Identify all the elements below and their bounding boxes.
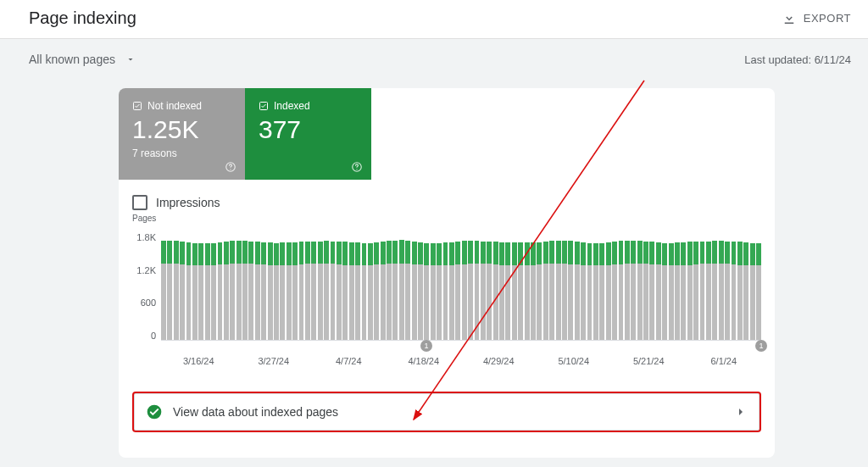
chart-bar[interactable] (625, 241, 630, 340)
chart-bar[interactable] (161, 241, 166, 340)
chart-bar[interactable] (637, 241, 643, 340)
chart-bar[interactable] (362, 243, 367, 340)
help-icon[interactable] (351, 161, 363, 173)
tile-not-indexed[interactable]: Not indexed 1.25K 7 reasons (119, 88, 245, 180)
chart-bar[interactable] (218, 242, 223, 340)
chart-bar[interactable] (205, 243, 210, 340)
chart-bar[interactable] (374, 242, 379, 340)
help-icon[interactable] (225, 161, 236, 173)
chart-bar[interactable] (192, 243, 198, 340)
chart-bar[interactable] (331, 242, 336, 341)
chart-bar[interactable] (719, 241, 724, 340)
chart-bar[interactable] (186, 242, 192, 340)
chart-bar[interactable] (512, 242, 517, 340)
impressions-toggle[interactable]: Impressions (119, 180, 775, 214)
chart-bar[interactable] (180, 242, 185, 340)
chart-bar[interactable] (549, 241, 554, 340)
chart-bar[interactable] (743, 242, 748, 340)
view-indexed-pages-link[interactable]: View data about indexed pages (132, 392, 761, 432)
chart-bar[interactable] (248, 242, 253, 341)
chart-bar[interactable] (649, 242, 654, 340)
chart-bar[interactable] (174, 241, 179, 340)
chart-bar[interactable] (525, 242, 530, 340)
chart-bar[interactable] (224, 242, 229, 340)
chart-bar[interactable] (342, 242, 348, 340)
chart-bar[interactable] (437, 243, 442, 340)
chart-bar[interactable] (337, 242, 342, 340)
chart-bar[interactable] (443, 242, 448, 340)
chart-bar[interactable] (599, 243, 604, 340)
chart-bar[interactable] (662, 243, 667, 341)
chart-bar[interactable] (537, 242, 542, 340)
chart-bar[interactable] (706, 242, 711, 340)
chart-bar[interactable] (737, 242, 743, 340)
chart-bar[interactable] (487, 242, 492, 340)
chart-bar[interactable] (268, 242, 273, 340)
chart-bar[interactable] (712, 241, 717, 340)
chart-bar[interactable] (318, 242, 323, 341)
pages-filter-dropdown[interactable]: All known pages (29, 53, 136, 66)
chart-bar[interactable] (299, 242, 304, 340)
chart-bar[interactable] (493, 242, 498, 340)
chart-bar[interactable] (725, 242, 730, 340)
chart-bar[interactable] (355, 242, 360, 340)
chart-bar[interactable] (324, 241, 329, 340)
chart-bar[interactable] (455, 242, 460, 340)
chart-bar[interactable] (587, 243, 593, 340)
chart-bar[interactable] (405, 241, 410, 340)
chart-bar[interactable] (732, 242, 737, 340)
chart-marker[interactable]: 1 (420, 340, 432, 352)
chart-bar[interactable] (418, 242, 423, 340)
chart-bar[interactable] (556, 241, 561, 340)
chart-bar[interactable] (468, 241, 473, 340)
chart-bar[interactable] (387, 241, 392, 340)
chart-bar[interactable] (505, 242, 510, 340)
chart-bar[interactable] (242, 241, 248, 340)
chart-bar[interactable] (431, 243, 436, 340)
chart-bar[interactable] (236, 241, 242, 340)
chart-bar[interactable] (399, 240, 404, 340)
tile-indexed[interactable]: Indexed 377 (245, 88, 371, 180)
checkbox-unchecked-icon[interactable] (132, 195, 147, 210)
chart-bar[interactable] (606, 242, 611, 340)
chart-bar[interactable] (543, 242, 548, 340)
chart-bar[interactable] (424, 243, 429, 340)
chart-bar[interactable] (756, 243, 761, 340)
chart-bar[interactable] (575, 242, 580, 340)
chart-bar[interactable] (280, 242, 285, 340)
chart-bars[interactable]: 11 (161, 232, 761, 341)
chart-bar[interactable] (462, 241, 467, 340)
chart-bar[interactable] (656, 242, 661, 340)
chart-bar[interactable] (499, 242, 504, 340)
export-button[interactable]: EXPORT (782, 11, 851, 26)
chart-bar[interactable] (562, 241, 567, 340)
chart-bar[interactable] (568, 241, 573, 340)
chart-bar[interactable] (255, 242, 260, 340)
chart-bar[interactable] (693, 242, 698, 340)
chart-bar[interactable] (368, 243, 373, 340)
chart-bar[interactable] (687, 242, 693, 340)
chart-bar[interactable] (593, 243, 598, 340)
chart-bar[interactable] (167, 241, 172, 340)
chart-bar[interactable] (675, 242, 680, 340)
chart-bar[interactable] (531, 242, 536, 340)
chart-bar[interactable] (305, 242, 310, 340)
chart-bar[interactable] (481, 242, 486, 340)
chart-bar[interactable] (274, 243, 279, 340)
chart-bar[interactable] (612, 242, 617, 340)
chart-bar[interactable] (381, 242, 386, 340)
chart-bar[interactable] (392, 241, 398, 340)
chart-bar[interactable] (349, 242, 354, 340)
chart-bar[interactable] (211, 243, 216, 340)
chart-bar[interactable] (619, 241, 624, 340)
chart-bar[interactable] (311, 242, 316, 340)
chart-bar[interactable] (669, 243, 674, 341)
chart-bar[interactable] (198, 243, 203, 340)
chart-bar[interactable] (449, 242, 454, 340)
chart-bar[interactable] (475, 241, 480, 340)
chart-bar[interactable] (292, 242, 298, 341)
chart-bar[interactable] (581, 242, 586, 340)
chart-bar[interactable] (261, 242, 266, 340)
chart-bar[interactable] (412, 242, 417, 340)
chart-bar[interactable] (643, 242, 648, 340)
